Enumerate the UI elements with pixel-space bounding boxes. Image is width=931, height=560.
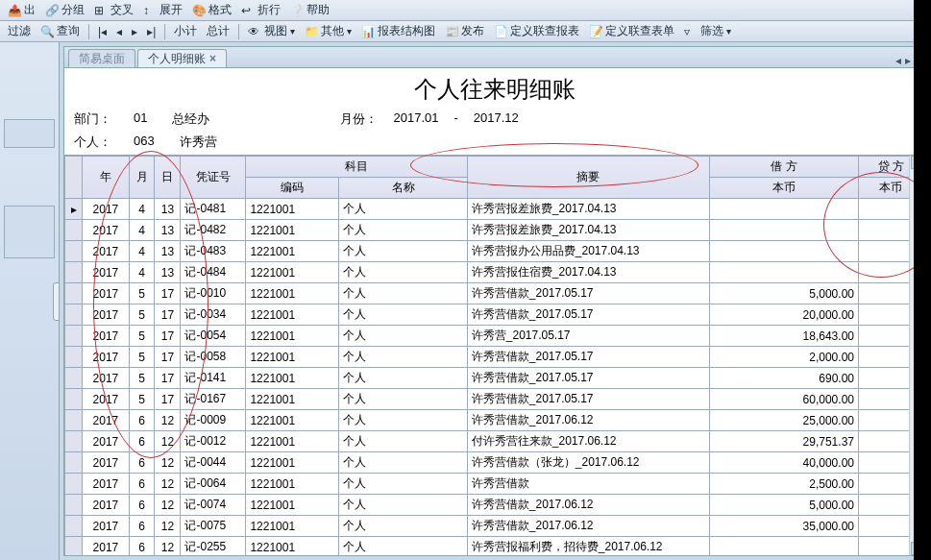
col-debit-cur[interactable]: 本币 [709, 178, 858, 199]
last-button[interactable]: ▸| [143, 24, 159, 39]
table-row[interactable]: 2017517记-01411221001个人许秀营借款_2017.05.1769… [65, 368, 924, 389]
cell-code: 1221001 [246, 431, 339, 452]
query-button[interactable]: 🔍查询 [37, 22, 84, 40]
tab-desktop[interactable]: 简易桌面 [68, 49, 135, 67]
cell-year: 2017 [83, 262, 130, 283]
cell-code: 1221001 [246, 304, 339, 326]
group-button[interactable]: 🔗分组 [41, 1, 88, 19]
other-button[interactable]: 📁其他▾ [301, 22, 355, 40]
close-icon[interactable]: × [209, 52, 216, 65]
col-code[interactable]: 编码 [246, 178, 339, 199]
cell-year: 2017 [83, 241, 130, 262]
cell-debit: 35,000.00 [709, 516, 858, 537]
table-row[interactable]: 2017612记-00091221001个人许秀营借款_2017.06.1225… [65, 410, 924, 431]
table-row[interactable]: 2017517记-00101221001个人许秀营借款_2017.05.175,… [65, 283, 924, 304]
col-subject[interactable]: 科目 [246, 157, 467, 178]
first-button[interactable]: |◂ [94, 24, 110, 39]
drillform-button[interactable]: 📝定义联查表单 [585, 22, 678, 40]
cell-code: 1221001 [246, 220, 339, 241]
left-stub-2[interactable] [4, 206, 55, 258]
table-row[interactable]: 2017517记-00541221001个人许秀营_2017.05.1718,6… [65, 326, 924, 347]
table-row[interactable]: ▸2017413记-04811221001个人许秀营报差旅费_2017.04.1… [65, 199, 924, 220]
table-row[interactable]: 2017612记-00751221001个人许秀营借款_2017.06.1235… [65, 516, 924, 537]
drillform-icon: 📝 [589, 25, 602, 38]
cell-month: 6 [129, 474, 155, 495]
table-row[interactable]: 2017517记-00581221001个人许秀营借款_2017.05.172,… [65, 347, 924, 368]
left-stub-1[interactable] [4, 119, 55, 148]
cross-button[interactable]: ⊞交叉 [90, 1, 137, 19]
table-row[interactable]: 2017612记-02551221001个人许秀营报福利费，招待费_2017.0… [65, 537, 924, 556]
cell-debit: 40,000.00 [709, 452, 858, 474]
help-button[interactable]: ❔帮助 [286, 1, 333, 19]
cell-month: 6 [129, 537, 155, 556]
total-button[interactable]: 总计 [203, 22, 233, 40]
publish-button[interactable]: 📰发布 [441, 22, 488, 40]
expand-button[interactable]: ↕展开 [139, 1, 186, 19]
cell-name: 个人 [339, 368, 467, 389]
month-from: 2017.01 [393, 110, 438, 128]
rptstruct-button[interactable]: 📊报表结构图 [357, 22, 439, 40]
table-row[interactable]: 2017413记-04831221001个人许秀营报办公用品费_2017.04.… [65, 241, 924, 262]
drillrpt-button[interactable]: 📄定义联查报表 [490, 22, 583, 40]
export-button[interactable]: 📤出 [4, 1, 39, 19]
cell-voucher: 记-0009 [181, 410, 246, 431]
table-row[interactable]: 2017612记-00741221001个人许秀营借款_2017.06.125,… [65, 495, 924, 516]
row-pointer [65, 452, 83, 474]
ledger-grid: 年 月 日 凭证号 科目 摘要 借 方 贷 方 编码 名称 本币 [64, 156, 924, 555]
cell-summary: 许秀营报办公用品费_2017.04.13 [467, 241, 709, 262]
col-year[interactable]: 年 [83, 157, 130, 199]
cell-month: 4 [129, 262, 155, 283]
cell-day: 17 [155, 283, 181, 304]
cell-voucher: 记-0483 [181, 241, 246, 262]
col-name[interactable]: 名称 [339, 178, 467, 199]
cell-month: 4 [129, 241, 155, 262]
cell-month: 6 [129, 431, 155, 452]
cell-name: 个人 [339, 431, 467, 452]
cell-summary: 许秀营借款（张龙）_2017.06.12 [467, 452, 709, 474]
tab-ledger[interactable]: 个人明细账× [137, 49, 227, 67]
table-row[interactable]: 2017517记-00341221001个人许秀营借款_2017.05.1720… [65, 304, 924, 326]
wrap-button[interactable]: ↩折行 [237, 1, 284, 19]
cell-code: 1221001 [246, 410, 339, 431]
subtotal-label: 小计 [174, 23, 197, 39]
tab-prev-icon[interactable]: ◂ [895, 54, 901, 67]
cell-summary: 许秀营借款_2017.06.12 [467, 495, 709, 516]
help-icon: ❔ [290, 4, 304, 17]
table-row[interactable]: 2017612记-00441221001个人许秀营借款（张龙）_2017.06.… [65, 452, 924, 474]
format-button[interactable]: 🎨格式 [188, 1, 235, 19]
cell-summary: 许秀营报福利费，招待费_2017.06.12 [467, 537, 709, 556]
filterdd-button[interactable]: ▿筛选▾ [680, 22, 735, 40]
cell-voucher: 记-0484 [181, 262, 246, 283]
cell-voucher: 记-0167 [181, 389, 246, 410]
row-pointer [65, 220, 83, 241]
tab-next-icon[interactable]: ▸ [905, 54, 911, 67]
table-row[interactable]: 2017413记-04841221001个人许秀营报住宿费_2017.04.13… [65, 262, 924, 283]
cell-debit [709, 220, 858, 241]
col-summary[interactable]: 摘要 [467, 157, 709, 199]
left-panel [0, 42, 60, 560]
cell-voucher: 记-0141 [181, 368, 246, 389]
grid-wrap[interactable]: 年 月 日 凭证号 科目 摘要 借 方 贷 方 编码 名称 本币 [64, 155, 924, 555]
table-row[interactable]: 2017413记-04821221001个人许秀营报差旅费_2017.04.13… [65, 220, 924, 241]
col-voucher[interactable]: 凭证号 [181, 157, 246, 199]
separator [88, 24, 89, 39]
report-area: 个人往来明细账 部门： 01 总经办 月份： 2017.01 - 2017.12… [64, 68, 924, 555]
cell-summary: 许秀营报住宿费_2017.04.13 [467, 262, 709, 283]
col-debit[interactable]: 借 方 [709, 157, 858, 178]
prev-button[interactable]: ◂ [112, 24, 126, 39]
table-row[interactable]: 2017612记-00121221001个人付许秀营往来款_2017.06.12… [65, 431, 924, 452]
table-row[interactable]: 2017612记-00641221001个人许秀营借款2,500.00 [65, 474, 924, 495]
filter-button[interactable]: 过滤 [4, 22, 35, 40]
cell-year: 2017 [83, 220, 130, 241]
person-name: 许秀营 [180, 134, 217, 151]
col-day[interactable]: 日 [155, 157, 181, 199]
panel-collapse-handle[interactable] [53, 282, 60, 321]
table-row[interactable]: 2017517记-01671221001个人许秀营借款_2017.05.1760… [65, 389, 924, 410]
col-month[interactable]: 月 [129, 157, 155, 199]
next-button[interactable]: ▸ [128, 24, 141, 39]
subtotal-button[interactable]: 小计 [170, 22, 201, 40]
format-label: 格式 [208, 2, 232, 18]
cell-voucher: 记-0481 [181, 199, 246, 220]
view-button[interactable]: 👁视图▾ [244, 22, 299, 40]
drillrpt-icon: 📄 [494, 25, 507, 38]
